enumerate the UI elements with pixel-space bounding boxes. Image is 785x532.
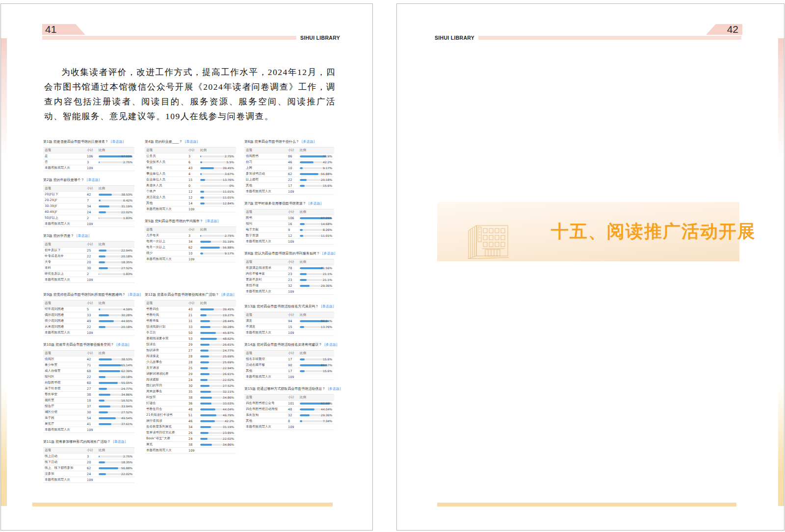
ratio-percent: 97.25% xyxy=(321,216,332,220)
ratio-bar-fill xyxy=(200,426,211,428)
survey-row: 20岁以下4238.53% xyxy=(43,192,134,198)
option-count: 25 xyxy=(188,366,200,370)
ratio-cell: 38.53% xyxy=(99,356,133,362)
ratio-bar-fill xyxy=(200,241,211,243)
ratio-bar-fill xyxy=(300,155,326,157)
ratio-percent: 12.84% xyxy=(223,202,234,205)
survey-type-tag: [单选题] xyxy=(77,234,89,238)
survey-row: 灵活就业人员1211.01% xyxy=(145,195,236,201)
option-count: 8 xyxy=(288,419,300,423)
option-count: 60 xyxy=(87,381,99,385)
ratio-percent: 9.17% xyxy=(225,252,234,255)
survey-row: 从未遇到困难2220.18% xyxy=(43,324,134,330)
survey-row: 学生4339.45% xyxy=(145,165,236,171)
option-count: 24 xyxy=(87,210,99,214)
option-label: 大专 xyxy=(45,260,87,264)
option-count: 3 xyxy=(188,154,200,158)
survey-row: 书香市集3128.44% xyxy=(145,318,236,324)
col-header-count: 小计 xyxy=(188,301,200,305)
ratio-bar-fill xyxy=(99,250,106,252)
col-header-option: 选项 xyxy=(246,351,288,355)
option-count: 38 xyxy=(188,396,200,400)
survey-row: 很少109.17% xyxy=(145,251,236,256)
ratio-bar-fill xyxy=(300,267,323,269)
ratio-percent: 56.88% xyxy=(223,246,234,249)
ratio-bar-fill xyxy=(99,417,116,419)
survey-row: 其他1715.6% xyxy=(244,183,334,189)
survey-row: 30-39岁3431.19% xyxy=(43,203,134,209)
option-count: 30 xyxy=(188,384,200,388)
option-label: 几乎每天 xyxy=(146,233,188,238)
ratio-bar-fill xyxy=(300,408,314,410)
survey-question: 第9题 您觉得在四会市图书馆找到所需图书有困难吗？ xyxy=(43,293,126,297)
survey-column-top-2: 第4题 您的职业是____？[单选题] 选项 小计 比例 公务员32.75%专业… xyxy=(145,139,236,262)
col-header-count: 小计 xyxy=(87,448,99,453)
col-header-ratio: 比例 xyxy=(300,351,333,356)
option-label: 本题有效填写人次 xyxy=(246,425,288,429)
col-header-count: 小计 xyxy=(288,148,300,152)
option-label: 满意 xyxy=(246,319,288,323)
ratio-percent: 65.14% xyxy=(121,363,132,367)
option-count: 109 xyxy=(288,290,300,294)
survey-row: 悦读会2926.61% xyxy=(145,342,236,348)
survey-table: 第10题 您最常去四会市图书馆哪些服务空间？[多选题] 选项 小计 比例 借阅区… xyxy=(43,342,134,433)
ratio-cell: 22.02% xyxy=(200,377,235,382)
survey-question: 第12题 您喜欢四会市图书馆哪些阅读推广活动？ xyxy=(145,293,219,297)
col-header-ratio: 比例 xyxy=(300,209,333,215)
ratio-cell: 30.28% xyxy=(99,312,133,318)
survey-header-row: 选项 小计 比例 xyxy=(244,147,334,153)
ratio-percent: 22.02% xyxy=(223,437,234,440)
option-label: 每月一次以上 xyxy=(146,245,188,250)
option-label: 本题有效填写人次 xyxy=(45,428,87,432)
ratio-bar-fill xyxy=(99,200,101,202)
ratio-bar-fill xyxy=(200,203,205,204)
survey-table: 第12题 您喜欢四会市图书馆哪些阅读推广活动？[多选题] 选项 小计 比例 书香… xyxy=(145,292,236,454)
ratio-bar-fill xyxy=(300,326,304,328)
option-label: 40-49岁 xyxy=(45,210,87,214)
option-label: 亲子绘本馆 xyxy=(45,386,87,391)
ratio-cell: 33.03% xyxy=(200,401,235,406)
option-count: 41 xyxy=(87,422,99,426)
col-header-ratio: 比例 xyxy=(99,351,133,356)
option-count: 31 xyxy=(188,319,200,323)
survey-question: 第4题 您的职业是____？ xyxy=(145,140,183,144)
option-label: 阅读接龙 xyxy=(146,354,188,358)
option-count: 51 xyxy=(188,413,200,417)
ratio-percent: 38.53% xyxy=(121,357,132,361)
survey-header-row: 选项 小计 比例 xyxy=(43,350,134,356)
survey-type-tag: [多选题] xyxy=(322,252,335,255)
ratio-cell: 42.2% xyxy=(300,159,333,165)
ratio-percent: 20.18% xyxy=(121,325,132,329)
option-label: 本题有效填写人次 xyxy=(146,207,188,211)
option-count: 16 xyxy=(288,222,300,226)
ratio-percent: 55.05% xyxy=(121,381,132,384)
survey-column-bottom-1: 第9题 您觉得在四会市图书馆找到所需图书有困难吗？[单选题] 选项 小计 比例 … xyxy=(43,292,134,483)
option-count: 23 xyxy=(288,278,300,282)
survey-row: 借阅区4238.53% xyxy=(43,356,134,362)
survey-row: 四会市图书馆公众号10192.66% xyxy=(244,401,334,406)
ratio-bar-fill xyxy=(99,370,120,372)
option-label: 借阅图书 xyxy=(246,154,288,158)
ratio-bar-fill xyxy=(200,385,209,387)
ratio-percent: 5.5% xyxy=(227,160,234,164)
option-count: 46 xyxy=(288,160,300,164)
ratio-percent: 44.04% xyxy=(321,407,332,411)
ratio-percent: 49.54% xyxy=(121,416,132,420)
ratio-bar-fill xyxy=(300,161,314,163)
survey-row: 资源满足阅读需求7871.56% xyxy=(244,265,334,271)
ratio-bar-fill xyxy=(99,314,109,316)
ratio-percent: 37.61% xyxy=(121,422,132,426)
ratio-bar-fill xyxy=(300,235,303,237)
ratio-bar-fill xyxy=(200,367,208,369)
col-header-option: 选项 xyxy=(146,228,188,232)
ratio-percent: 15.6% xyxy=(323,369,332,373)
survey-question: 第11题 您有参加哪种形式的阅读推广活动？ xyxy=(43,440,110,444)
option-count: 109 xyxy=(288,375,300,379)
ratio-bar-fill xyxy=(99,394,110,396)
ratio-bar-fill xyxy=(99,261,105,263)
survey-row: 周末故事会3532.11% xyxy=(145,389,236,395)
option-count: 22 xyxy=(288,178,300,182)
option-count: 3 xyxy=(87,160,99,164)
option-label: 离退休人员 xyxy=(146,183,188,188)
survey-table: 第1题 您是否是四会市图书馆的注册读者？[单选题] 选项 小计 比例 是1069… xyxy=(43,139,134,171)
